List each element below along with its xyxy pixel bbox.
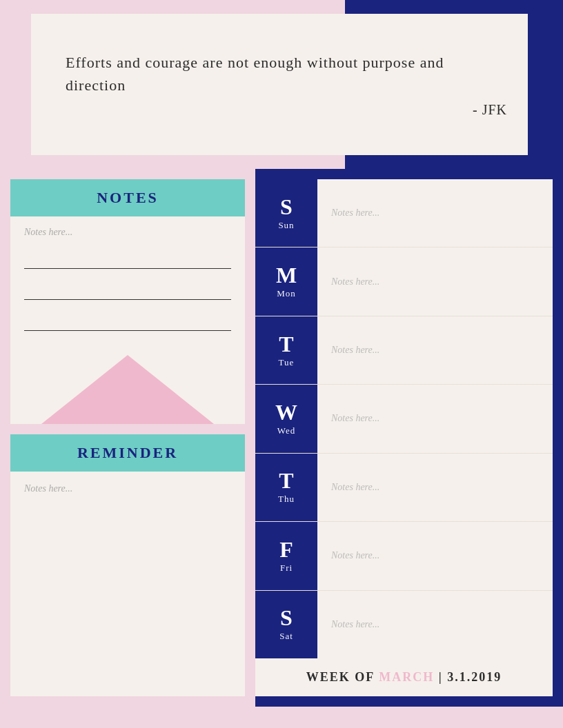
day-name-tue: Tue	[279, 357, 295, 368]
day-name-sat: Sat	[279, 631, 293, 642]
day-letter-wed: W	[275, 401, 297, 423]
day-name-wed: Wed	[277, 425, 296, 436]
day-notes-sun[interactable]: Notes here...	[317, 179, 553, 247]
day-button-tue[interactable]: TTue	[255, 316, 317, 384]
day-letter-sun: S	[280, 196, 293, 218]
notes-placeholder[interactable]: Notes here...	[24, 227, 231, 238]
notes-title: NOTES	[97, 189, 159, 206]
note-line-2	[24, 283, 231, 300]
quote-box: Efforts and courage are not enough witho…	[31, 14, 528, 155]
day-notes-fri[interactable]: Notes here...	[317, 522, 553, 589]
day-notes-placeholder: Notes here...	[331, 345, 379, 356]
day-notes-placeholder: Notes here...	[331, 208, 379, 219]
day-name-thu: Thu	[278, 494, 295, 505]
day-notes-placeholder: Notes here...	[331, 619, 379, 630]
schedule-area: SSunNotes here...MMonNotes here...TTueNo…	[255, 179, 553, 658]
day-letter-fri: F	[279, 538, 293, 560]
reminder-title: REMINDER	[77, 444, 178, 461]
day-letter-thu: T	[279, 469, 293, 492]
reminder-placeholder: Notes here...	[24, 483, 72, 494]
week-of-text: WEEK OF	[306, 670, 375, 684]
day-letter-tue: T	[279, 333, 293, 355]
week-date: | 3.1.2019	[439, 670, 502, 684]
quote-author: - JFK	[66, 102, 507, 118]
day-button-sun[interactable]: SSun	[255, 179, 317, 247]
day-notes-tue[interactable]: Notes here...	[317, 316, 553, 384]
note-line-3	[24, 314, 231, 331]
triangle-shape	[24, 355, 231, 424]
day-notes-mon[interactable]: Notes here...	[317, 247, 553, 315]
reminder-section: REMINDER Notes here...	[10, 434, 245, 696]
note-line-1	[24, 252, 231, 269]
day-notes-placeholder: Notes here...	[331, 276, 379, 287]
day-row: TThuNotes here...	[255, 454, 553, 522]
quote-text: Efforts and courage are not enough witho…	[66, 51, 507, 97]
day-notes-thu[interactable]: Notes here...	[317, 454, 553, 521]
day-name-mon: Mon	[277, 288, 296, 299]
reminder-header: REMINDER	[10, 434, 245, 472]
day-letter-sat: S	[280, 607, 293, 629]
day-button-fri[interactable]: FFri	[255, 522, 317, 589]
day-button-mon[interactable]: MMon	[255, 247, 317, 315]
day-notes-wed[interactable]: Notes here...	[317, 385, 553, 452]
week-of-label: WEEK OF MARCH | 3.1.2019	[306, 670, 502, 685]
notes-lines-area: Notes here...	[10, 216, 245, 355]
day-notes-placeholder: Notes here...	[331, 413, 379, 424]
day-row: MMonNotes here...	[255, 247, 553, 316]
notes-section: NOTES Notes here...	[10, 179, 245, 424]
day-name-sun: Sun	[278, 220, 294, 231]
left-column: NOTES Notes here... REMINDER Notes here.…	[0, 169, 255, 707]
day-notes-placeholder: Notes here...	[331, 482, 379, 493]
day-button-wed[interactable]: WWed	[255, 385, 317, 452]
week-month: MARCH	[379, 670, 439, 684]
main-section: NOTES Notes here... REMINDER Notes here.…	[0, 169, 563, 707]
notes-header: NOTES	[10, 179, 245, 216]
quote-section: “ Efforts and courage are not enough wit…	[0, 0, 563, 169]
right-column: SSunNotes here...MMonNotes here...TTueNo…	[255, 169, 563, 707]
day-row: FFriNotes here...	[255, 522, 553, 590]
day-row: SSunNotes here...	[255, 179, 553, 247]
day-notes-sat[interactable]: Notes here...	[317, 591, 553, 658]
day-button-thu[interactable]: TThu	[255, 454, 317, 521]
day-row: TTueNotes here...	[255, 316, 553, 385]
day-row: SSatNotes here...	[255, 591, 553, 658]
day-row: WWedNotes here...	[255, 385, 553, 453]
reminder-content[interactable]: Notes here...	[10, 472, 245, 696]
day-name-fri: Fri	[280, 563, 293, 574]
day-notes-placeholder: Notes here...	[331, 550, 379, 561]
day-button-sat[interactable]: SSat	[255, 591, 317, 658]
week-footer: WEEK OF MARCH | 3.1.2019	[255, 658, 553, 696]
triangle-decoration	[10, 355, 245, 424]
day-letter-mon: M	[276, 264, 297, 286]
